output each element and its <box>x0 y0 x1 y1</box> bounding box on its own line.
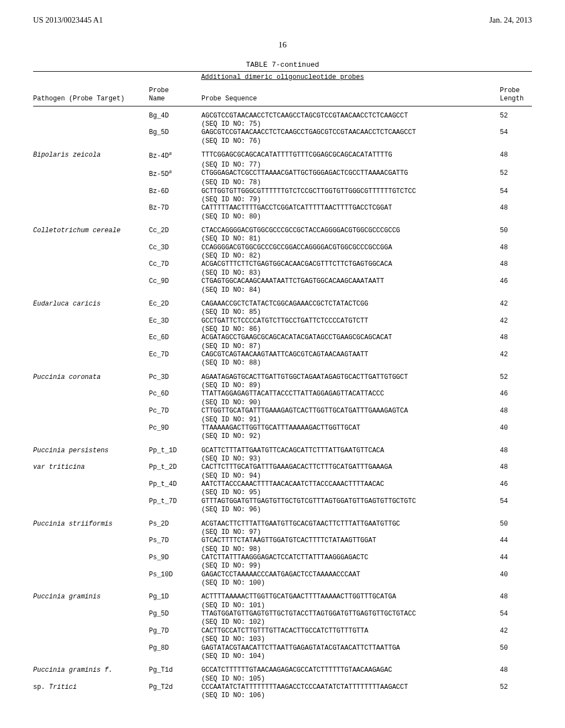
table-row: Cc_7DACGACGTTTCTTCTGAGTGGCACAACGACGTTTCT… <box>33 260 532 269</box>
seqid-cell: (SEQ ID NO: 79) <box>201 196 500 204</box>
probe-name-cell: Bz-5Da <box>149 169 201 179</box>
col-len-a: Probe <box>500 87 532 95</box>
probe-name-cell: Pg_T1d <box>149 666 201 675</box>
pathogen-cell: Puccinia graminis <box>33 593 149 601</box>
probe-name-cell: Pc_9D <box>149 424 201 432</box>
sequence-cell: TTATTAGGAGAGTTACATTACCCTTATTAGGAGAGTTACA… <box>201 390 500 398</box>
sequence-cell: ACGATAGCCTGAAGCGCAGCACATACGATAGCCTGAAGCG… <box>201 334 500 342</box>
length-cell: 48 <box>500 407 532 415</box>
pathogen-cell: var triticina <box>33 463 149 472</box>
pathogen-group: Bipolaris zeicolaBz-4DaTTTCGGAGCGCAGCACA… <box>33 146 532 221</box>
col-probe-a: Probe <box>149 87 201 95</box>
table-row: Ec_7DCAGCGTCAGTAACAAGTAATTCAGCGTCAGTAACA… <box>33 351 532 359</box>
length-cell: 54 <box>500 610 532 618</box>
sequence-cell: CACTTGCCATCTTGTTTGTTACACTTGCCATCTTGTTTGT… <box>201 627 500 635</box>
col-seq: Probe Sequence <box>201 95 500 103</box>
length-cell: 44 <box>500 537 532 545</box>
seqid-row: (SEQ ID NO: 95) <box>33 489 532 497</box>
pathogen-group: Bg_4DAGCGTCCGTAACAACCTCTCAAGCCTAGCGTCCGT… <box>33 106 532 146</box>
sequence-cell: GAGACTCCTAAAAACCCAATGAGACTCCTAAAAACCCAAT <box>201 571 500 579</box>
table-row: Pp_t_7DGTTTAGTGGATGTTGAGTGTTGCTGTCGTTTAG… <box>33 497 532 506</box>
sequence-cell: CTACCAGGGGACGTGGCGCCCGCCGCTACCAGGGGACGTG… <box>201 227 500 235</box>
length-cell: 48 <box>500 447 532 455</box>
table-row: Pg_7DCACTTGCCATCTTGTTTGTTACACTTGCCATCTTG… <box>33 627 532 635</box>
table-row: Ps_10DGAGACTCCTAAAAACCCAATGAGACTCCTAAAAA… <box>33 571 532 579</box>
pathogen-cell: sp. Tritici <box>33 683 149 692</box>
probe-name-cell: Ec_2D <box>149 300 201 308</box>
seqid-cell: (SEQ ID NO: 75) <box>201 120 500 129</box>
table-row: Ec_3DGCCTGATTCTCCCCATGTCTTGCCTGATTCTCCCC… <box>33 317 532 325</box>
seqid-cell: (SEQ ID NO: 81) <box>201 235 500 243</box>
table-row: Pc_6DTTATTAGGAGAGTTACATTACCCTTATTAGGAGAG… <box>33 390 532 398</box>
probe-name-cell: Ec_6D <box>149 334 201 342</box>
seqid-cell: (SEQ ID NO: 84) <box>201 286 500 295</box>
seqid-cell: (SEQ ID NO: 98) <box>201 545 500 554</box>
probe-name-cell: Bz-6D <box>149 188 201 196</box>
table-row: Pg_5DTTAGTGGATGTTGAGTGTTGCTGTACCTTAGTGGA… <box>33 610 532 618</box>
probe-name-cell: Bz-4Da <box>149 151 201 160</box>
probe-name-cell: Ps_7D <box>149 537 201 545</box>
seqid-row: (SEQ ID NO: 75) <box>33 120 532 129</box>
sequence-cell: CATTTTTAACTTTTGACCTCGGATCATTTTTAACTTTTGA… <box>201 204 500 212</box>
sequence-cell: GCATTCTTTATTGAATGTTCACAGCATTCTTTATTGAATG… <box>201 447 500 455</box>
length-cell: 48 <box>500 204 532 212</box>
sequence-cell: CTTGGTTGCATGATTTGAAAGAGTCACTTGGTTGCATGAT… <box>201 407 500 415</box>
seqid-cell: (SEQ ID NO: 93) <box>201 455 500 463</box>
probe-name-cell: Ec_7D <box>149 351 201 359</box>
length-cell: 52 <box>500 683 532 692</box>
pathogen-group: Puccinia graminis f.Pg_T1dGCCATCTTTTTTGT… <box>33 661 532 700</box>
seqid-row: (SEQ ID NO: 81) <box>33 235 532 243</box>
probe-name-cell: Pg_T2d <box>149 683 201 692</box>
seqid-cell: (SEQ ID NO: 89) <box>201 382 500 390</box>
sequence-cell: AATCTTACCCAAACTTTTAACACAATCTTACCCAAACTTT… <box>201 480 500 489</box>
length-cell: 48 <box>500 334 532 342</box>
table-7-continued: TABLE 7-continued Additional dimeric oli… <box>33 61 532 700</box>
seqid-row: (SEQ ID NO: 104) <box>33 652 532 661</box>
seqid-cell: (SEQ ID NO: 86) <box>201 325 500 334</box>
seqid-cell: (SEQ ID NO: 88) <box>201 359 500 367</box>
sequence-cell: TTAAAAAGACTTGGTTGCATTTAAAAAGACTTGGTTGCAT <box>201 424 500 432</box>
seqid-row: (SEQ ID NO: 93) <box>33 455 532 463</box>
length-cell: 52 <box>500 112 532 120</box>
seqid-row: (SEQ ID NO: 77) <box>33 161 532 169</box>
probe-name-cell: Pg_1D <box>149 593 201 601</box>
table-title: TABLE 7-continued <box>33 61 532 70</box>
seqid-row: (SEQ ID NO: 105) <box>33 675 532 683</box>
pathogen-cell: Puccinia coronata <box>33 373 149 382</box>
length-cell: 52 <box>500 169 532 178</box>
table-row: Bg_4DAGCGTCCGTAACAACCTCTCAAGCCTAGCGTCCGT… <box>33 112 532 120</box>
pathogen-cell: Puccinia graminis f. <box>33 666 149 675</box>
sequence-cell: CCCAATATCTATTTTTTTTAAGACCTCCCAATATCTATTT… <box>201 683 500 692</box>
probe-name-cell: Pp_t_4D <box>149 480 201 489</box>
table-row: Puccinia coronataPc_3DAGAATAGAGTGCACTTGA… <box>33 373 532 382</box>
table-row: Bipolaris zeicolaBz-4DaTTTCGGAGCGCAGCACA… <box>33 151 532 160</box>
seqid-row: (SEQ ID NO: 106) <box>33 692 532 700</box>
sequence-cell: GAGTATACGTAACATTCTTAATTGAGAGTATACGTAACAT… <box>201 644 500 652</box>
pathogen-group: Puccinia striiformisPs_2DACGTAACTTCTTTAT… <box>33 515 532 588</box>
probe-name-cell: Pp_t_1D <box>149 447 201 455</box>
seqid-cell: (SEQ ID NO: 91) <box>201 416 500 424</box>
pathogen-group: Colletotrichum cerealeCc_2DCTACCAGGGGACG… <box>33 221 532 295</box>
pathogen-cell: Puccinia persistens <box>33 447 149 455</box>
length-cell: 54 <box>500 129 532 137</box>
sequence-cell: CAGAAACCGCTCTATACTCGGCAGAAACCGCTCTATACTC… <box>201 300 500 308</box>
table-row: Cc_9DCTGAGTGGCACAAGCAAATAATTCTGAGTGGCACA… <box>33 277 532 286</box>
probe-name-cell: Pp_t_7D <box>149 497 201 506</box>
seqid-row: (SEQ ID NO: 91) <box>33 416 532 424</box>
table-row: Ps_7DGTCACTTTTCTATAAGTTGGATGTCACTTTTCTAT… <box>33 537 532 545</box>
table-row: Pg_8DGAGTATACGTAACATTCTTAATTGAGAGTATACGT… <box>33 644 532 652</box>
seqid-cell: (SEQ ID NO: 78) <box>201 179 500 187</box>
seqid-row: (SEQ ID NO: 78) <box>33 179 532 187</box>
sequence-cell: ACTTTTAAAAACTTGGTTGCATGAACTTTTAAAAACTTGG… <box>201 593 500 601</box>
table-subheader: Additional dimeric oligonucleotide probe… <box>33 71 532 83</box>
pathogen-group: Puccinia persistensPp_t_1DGCATTCTTTATTGA… <box>33 441 532 515</box>
pathogen-group: Puccinia coronataPc_3DAGAATAGAGTGCACTTGA… <box>33 368 532 441</box>
seqid-cell: (SEQ ID NO: 100) <box>201 579 500 587</box>
seqid-row: (SEQ ID NO: 83) <box>33 269 532 277</box>
seqid-row: (SEQ ID NO: 79) <box>33 196 532 204</box>
seqid-row: (SEQ ID NO: 101) <box>33 602 532 610</box>
length-cell: 42 <box>500 317 532 325</box>
length-cell: 48 <box>500 260 532 269</box>
col-pathogen: Pathogen (Probe Target) <box>33 95 149 103</box>
seqid-row: (SEQ ID NO: 82) <box>33 252 532 260</box>
